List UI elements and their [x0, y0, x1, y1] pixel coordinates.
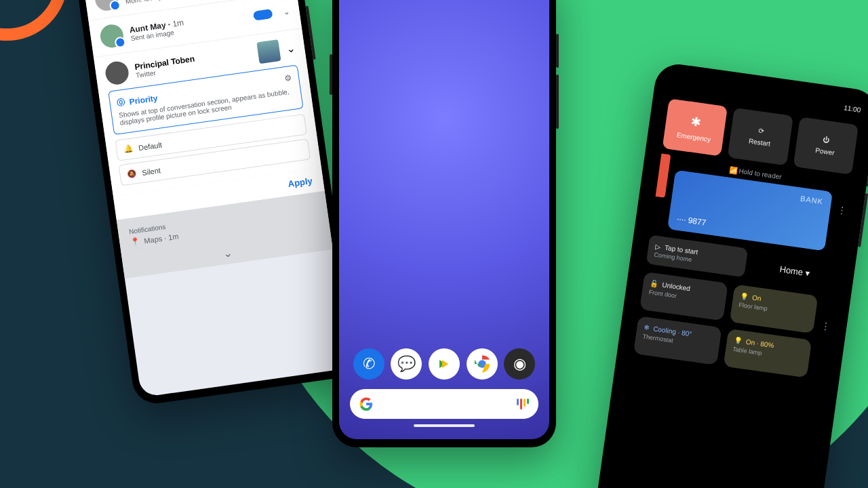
punch-hole	[671, 79, 682, 89]
pin-icon: 📍	[130, 237, 141, 247]
google-icon	[359, 397, 373, 411]
search-bar[interactable]	[350, 389, 538, 419]
restart-button[interactable]: ⟳Restart	[728, 108, 793, 165]
lock-tile[interactable]: 🔓Unlocked Front door	[639, 272, 728, 321]
power-button[interactable]: ⏻Power	[793, 117, 859, 174]
chrome-icon[interactable]	[467, 348, 498, 380]
bulb-icon: 💡	[733, 336, 742, 345]
priority-icon: ⓪	[117, 96, 126, 109]
bulb-icon: 💡	[740, 292, 749, 301]
chevron-down-icon[interactable]: ⌄	[285, 41, 296, 56]
avatar	[99, 23, 125, 49]
status-time: 11:00	[844, 104, 861, 113]
camera-app-icon[interactable]: ◉	[504, 348, 535, 380]
bell-off-icon: 🔕	[127, 169, 138, 179]
card-peek[interactable]	[656, 153, 671, 197]
thermo-icon: ❄	[644, 323, 650, 331]
more-icon[interactable]: ⋮	[820, 297, 835, 336]
play-store-icon[interactable]	[429, 348, 460, 380]
more-icon[interactable]: ⋮	[836, 182, 850, 216]
phone-home: 11:00 ◢▲▮ ✆ 💬 ◉	[332, 0, 556, 447]
phone-app-icon[interactable]: ✆	[353, 348, 384, 380]
image-thumbnail	[256, 39, 281, 64]
assistant-icon[interactable]	[517, 399, 529, 409]
avatar	[94, 0, 119, 12]
badge	[253, 9, 273, 21]
lock-icon: 🔓	[650, 279, 658, 288]
dock-row: ✆ 💬 ◉	[350, 348, 538, 380]
home-indicator[interactable]	[414, 424, 475, 427]
light-tile[interactable]: 💡On · 80% Table lamp	[724, 329, 812, 378]
emergency-button[interactable]: ✱Emergency	[663, 98, 728, 156]
light-tile[interactable]: 💡On Floor lamp	[730, 284, 818, 333]
thermostat-tile[interactable]: ❄Cooling · 80° Thermostat	[633, 316, 722, 365]
asterisk-icon: ✱	[690, 114, 702, 130]
orange-arc	[0, 0, 68, 41]
play-icon: ▷	[655, 243, 661, 251]
scene-tile[interactable]: ▷Tap to start Coming home	[646, 235, 749, 277]
power-icon: ⏻	[823, 136, 830, 144]
messages-app-icon[interactable]: 💬	[391, 348, 422, 380]
chevron-down-icon[interactable]: ⌄	[222, 247, 233, 260]
home-dropdown[interactable]: Home ▾	[752, 260, 838, 282]
restart-icon: ⟳	[758, 127, 764, 135]
bell-icon: 🔔	[123, 144, 134, 154]
avatar	[104, 60, 130, 85]
chevron-down-icon[interactable]: ⌄	[282, 6, 290, 16]
conversation-expanded: Principal Toben Twitter ⌄ ⚙ ⓪Priority Sh…	[94, 28, 321, 197]
gear-icon[interactable]: ⚙	[283, 73, 292, 83]
